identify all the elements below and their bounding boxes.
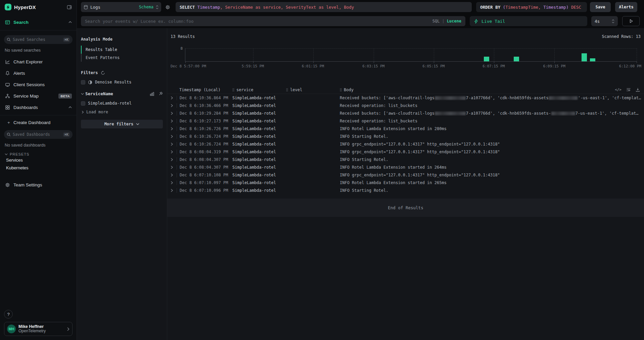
download-icon[interactable]	[636, 88, 640, 92]
row-timestamp: Dec 8 6:10:26.724 PM	[177, 134, 232, 139]
row-expand-icon[interactable]	[167, 135, 177, 138]
drag-handle-icon[interactable]	[232, 88, 234, 92]
bar-chart-icon[interactable]	[150, 92, 154, 96]
table-row[interactable]: Dec 8 6:10:36.864 PMSimpleLambda-rotelRe…	[167, 94, 644, 102]
denoise-results-toggle[interactable]: Denoise Results	[81, 80, 163, 84]
mode-event-patterns[interactable]: Event Patterns	[81, 54, 163, 62]
save-button[interactable]: Save	[590, 2, 611, 12]
sidebar-item-dashboards[interactable]: Dashboards	[0, 102, 77, 113]
row-expand-icon[interactable]	[167, 127, 177, 130]
table-row[interactable]: Dec 8 6:08:04.319 PMSimpleLambda-rotelIN…	[167, 148, 644, 156]
help-button[interactable]: ?	[4, 310, 13, 319]
chevron-up-icon[interactable]	[68, 21, 72, 23]
code-view-icon[interactable]: </>	[615, 88, 622, 92]
saved-dashboards-search[interactable]: ⌘K	[4, 130, 73, 139]
refresh-icon[interactable]	[101, 71, 105, 75]
mode-results-table[interactable]: Results Table	[81, 46, 163, 54]
sql-mode-option[interactable]: SQL	[432, 19, 440, 23]
sql-select-box[interactable]: SELECT Timestamp, ServiceName as service…	[176, 2, 472, 12]
histogram-bar[interactable]	[514, 57, 519, 61]
sidebar-item-search[interactable]: Search	[0, 16, 77, 28]
column-level[interactable]: level	[286, 88, 340, 92]
saved-dashboards-input[interactable]	[13, 132, 61, 137]
drag-handle-icon[interactable]	[286, 88, 288, 92]
sidebar-item-label: Team Settings	[13, 182, 42, 187]
sidebar-item-team-settings[interactable]: Team Settings	[0, 179, 77, 190]
column-body[interactable]: Body	[340, 88, 615, 92]
lucene-mode-option[interactable]: Lucene	[447, 19, 461, 23]
row-expand-icon[interactable]	[167, 166, 177, 169]
more-filters-button[interactable]: More filters	[81, 120, 163, 128]
create-dashboard-button[interactable]: + Create Dashboard	[0, 117, 77, 128]
load-more-label: Load more	[86, 110, 108, 114]
play-button[interactable]	[622, 16, 640, 26]
sidebar-item-alerts[interactable]: Alerts	[0, 67, 77, 79]
saved-searches-search[interactable]: ⌘K	[4, 35, 73, 44]
table-row[interactable]: Dec 8 6:10:36.466 PMSimpleLambda-rotelRe…	[167, 102, 644, 109]
table-row[interactable]: Dec 8 6:10:26.724 PMSimpleLambda-rotelIN…	[167, 132, 644, 140]
row-expand-icon[interactable]	[167, 119, 177, 123]
no-saved-searches-text: No saved searches	[0, 48, 77, 53]
table-row[interactable]: Dec 8 6:08:04.307 PMSimpleLambda-rotelIN…	[167, 156, 644, 163]
user-menu[interactable]: MH Mike Heffner OpenTelemetry	[4, 322, 73, 336]
table-row[interactable]: Dec 8 6:10:26.726 PMSimpleLambda-rotelIN…	[167, 125, 644, 132]
alerts-button[interactable]: Alerts	[615, 2, 637, 12]
event-search-box[interactable]: SQL | Lucene	[81, 16, 465, 26]
schema-link[interactable]: Schema	[139, 5, 153, 9]
row-expand-icon[interactable]	[167, 96, 177, 100]
table-row[interactable]: Dec 8 6:07:10.097 PMSimpleLambda-rotelIN…	[167, 179, 644, 186]
row-timestamp: Dec 8 6:10:36.864 PM	[177, 96, 232, 100]
denoise-checkbox[interactable]	[81, 80, 85, 84]
table-row[interactable]: Dec 8 6:10:29.284 PMSimpleLambda-rotelRe…	[167, 109, 644, 117]
histogram-bar[interactable]	[484, 57, 489, 61]
pin-icon[interactable]	[158, 92, 163, 96]
histogram-bar[interactable]	[590, 58, 595, 62]
row-expand-icon[interactable]	[167, 181, 177, 184]
facet-value-simplelambda-rotel[interactable]: SimpleLambda-rotel	[81, 101, 163, 106]
source-select[interactable]: Logs Schema	[81, 2, 161, 12]
facet-servicename-header[interactable]: ServiceName	[81, 91, 163, 96]
table-row[interactable]: Dec 8 6:08:04.307 PMSimpleLambda-rotelIN…	[167, 163, 644, 171]
table-row[interactable]: Dec 8 6:10:26.724 PMSimpleLambda-rotelIN…	[167, 140, 644, 148]
sidebar-item-client-sessions[interactable]: Client Sessions	[0, 79, 77, 90]
row-expand-icon[interactable]	[167, 150, 177, 154]
row-expand-icon[interactable]	[167, 189, 177, 192]
collapse-sidebar-icon[interactable]	[67, 5, 72, 10]
saved-searches-input[interactable]	[13, 37, 61, 42]
chevron-up-icon[interactable]	[68, 106, 72, 108]
column-service[interactable]: service	[232, 88, 286, 92]
row-expand-icon[interactable]	[167, 143, 177, 146]
presets-section-toggle[interactable]: PRESETS	[0, 152, 77, 156]
wrap-lines-icon[interactable]	[626, 88, 631, 92]
row-expand-icon[interactable]	[167, 173, 177, 177]
histogram-bar[interactable]	[582, 53, 587, 61]
row-expand-icon[interactable]	[167, 158, 177, 161]
event-search-input[interactable]	[85, 19, 430, 24]
chart-gridline	[313, 49, 314, 61]
row-expand-icon[interactable]	[167, 104, 177, 107]
sidebar-item-service-map[interactable]: Service Map BETA	[0, 90, 77, 102]
live-tail-button[interactable]: Live Tail	[470, 16, 587, 26]
column-timestamp[interactable]: Timestamp (Local)	[177, 88, 232, 92]
column-label: Body	[344, 88, 354, 92]
row-expand-icon[interactable]	[167, 112, 177, 115]
refresh-interval-select[interactable]: 4s	[591, 16, 618, 26]
source-settings-button[interactable]	[165, 5, 170, 10]
chevron-right-icon	[67, 327, 70, 331]
preset-item-services[interactable]: Services	[0, 156, 77, 164]
preset-item-kubernetes[interactable]: Kubernetes	[0, 164, 77, 172]
scanned-rows: Scanned Rows: 13	[602, 34, 641, 39]
chart-tick-mark	[554, 62, 555, 63]
sql-orderby-box[interactable]: ORDER BY (TimestampTime, Timestamp) DESC	[476, 2, 587, 12]
table-row[interactable]: Dec 8 6:07:10.108 PMSimpleLambda-rotelIN…	[167, 171, 644, 179]
table-row[interactable]: Dec 8 6:07:10.096 PMSimpleLambda-rotelIN…	[167, 186, 644, 194]
facet-checkbox[interactable]	[81, 101, 85, 106]
sidebar-item-chart-explorer[interactable]: Chart Explorer	[0, 56, 77, 67]
row-service: SimpleLambda-rotel	[232, 173, 286, 177]
chevron-updown-icon	[156, 5, 158, 9]
table-row[interactable]: Dec 8 6:10:27.173 PMSimpleLambda-rotelRe…	[167, 117, 644, 125]
drag-handle-icon[interactable]	[340, 88, 342, 92]
sidebar-item-label: Dashboards	[13, 105, 38, 110]
load-more-button[interactable]: Load more	[82, 110, 163, 114]
chart-plot[interactable]	[185, 48, 637, 62]
